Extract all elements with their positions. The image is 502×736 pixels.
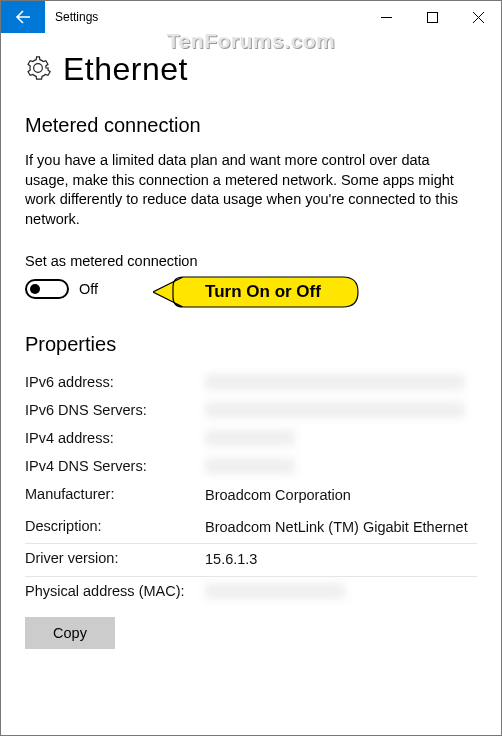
copy-button[interactable]: Copy (25, 617, 115, 649)
titlebar: Settings (1, 1, 501, 33)
minimize-button[interactable] (363, 1, 409, 33)
property-key: IPv6 DNS Servers: (25, 402, 205, 418)
property-row: Physical address (MAC): (25, 577, 477, 605)
toggle-knob (30, 284, 40, 294)
close-icon (473, 12, 484, 23)
back-arrow-icon (14, 8, 32, 26)
properties-list: IPv6 address:IPv6 DNS Servers:IPv4 addre… (25, 368, 477, 605)
property-row: Description:Broadcom NetLink (TM) Gigabi… (25, 512, 477, 545)
property-key: Description: (25, 518, 205, 534)
property-row: IPv6 address: (25, 368, 477, 396)
metered-toggle-state: Off (79, 281, 98, 297)
titlebar-title: Settings (45, 10, 98, 24)
property-value: Broadcom NetLink (TM) Gigabit Ethernet (205, 518, 468, 538)
property-value (205, 430, 295, 446)
metered-toggle-label: Set as metered connection (25, 253, 477, 269)
gear-icon (25, 55, 51, 85)
window-controls (363, 1, 501, 33)
property-key: Physical address (MAC): (25, 583, 205, 599)
property-key: IPv6 address: (25, 374, 205, 390)
minimize-icon (381, 12, 392, 23)
maximize-button[interactable] (409, 1, 455, 33)
property-row: Driver version:15.6.1.3 (25, 544, 477, 577)
metered-section-title: Metered connection (25, 114, 477, 137)
page-header: Ethernet (25, 51, 477, 88)
property-value (205, 583, 345, 599)
page-title: Ethernet (63, 51, 188, 88)
property-value (205, 458, 295, 474)
callout-annotation: Turn On or Off (153, 269, 373, 319)
property-key: IPv4 address: (25, 430, 205, 446)
property-value: Broadcom Corporation (205, 486, 351, 506)
property-row: IPv4 DNS Servers: (25, 452, 477, 480)
back-button[interactable] (1, 1, 45, 33)
property-key: Driver version: (25, 550, 205, 566)
property-value: 15.6.1.3 (205, 550, 257, 570)
metered-toggle-row: Off Turn On or Off (25, 279, 477, 299)
property-row: IPv6 DNS Servers: (25, 396, 477, 424)
metered-description: If you have a limited data plan and want… (25, 151, 477, 229)
close-button[interactable] (455, 1, 501, 33)
property-key: IPv4 DNS Servers: (25, 458, 205, 474)
maximize-icon (427, 12, 438, 23)
svg-text:Turn On or Off: Turn On or Off (205, 282, 321, 301)
content-area: Ethernet Metered connection If you have … (1, 33, 501, 673)
property-value (205, 374, 465, 390)
property-key: Manufacturer: (25, 486, 205, 502)
metered-toggle[interactable] (25, 279, 69, 299)
properties-section-title: Properties (25, 333, 477, 356)
property-row: Manufacturer:Broadcom Corporation (25, 480, 477, 512)
property-value (205, 402, 465, 418)
property-row: IPv4 address: (25, 424, 477, 452)
svg-rect-0 (427, 12, 437, 22)
